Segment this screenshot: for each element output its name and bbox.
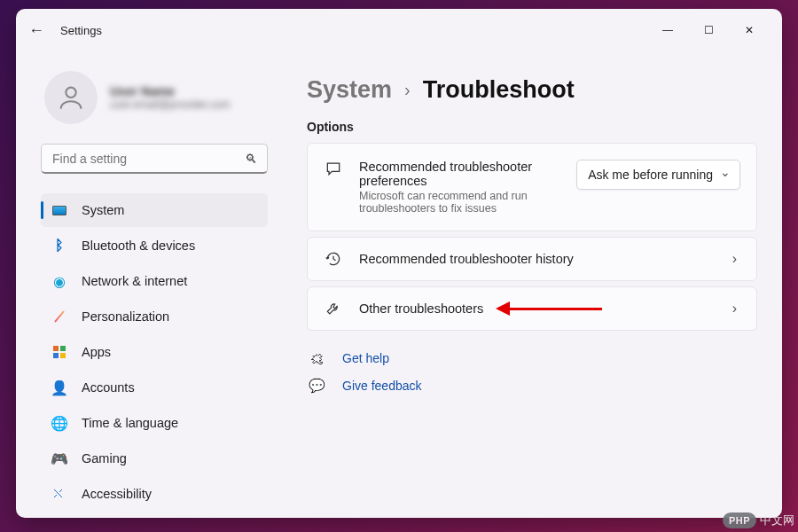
main-content: System › Troubleshoot Options Recommende…	[282, 51, 782, 518]
system-icon	[51, 206, 67, 215]
app-title: Settings	[60, 24, 102, 37]
titlebar: ← Settings — ☐ ✕	[16, 9, 782, 51]
window-body: User Name user.email@provider.com 🔍︎ Sys…	[16, 51, 782, 518]
sidebar-item-label: Gaming	[82, 451, 127, 466]
sidebar-item-personalization[interactable]: Personalization	[41, 300, 268, 333]
profile-text: User Name user.email@provider.com	[110, 84, 231, 111]
titlebar-left: ← Settings	[28, 21, 102, 40]
profile-name: User Name	[110, 84, 231, 98]
brush-icon	[51, 309, 67, 324]
avatar	[44, 71, 98, 124]
accounts-icon: 👤	[51, 379, 67, 396]
annotation-arrow	[496, 303, 602, 314]
card-troubleshooter-history[interactable]: Recommended troubleshooter history ›	[307, 237, 757, 281]
minimize-button[interactable]: —	[647, 16, 688, 44]
card-body: Other troubleshooters	[359, 301, 716, 316]
section-label-options: Options	[307, 120, 757, 134]
chat-icon	[324, 160, 343, 177]
accessibility-icon: ⛌	[51, 486, 67, 502]
give-feedback-link[interactable]: 💬 Give feedback	[307, 378, 757, 394]
sidebar-item-label: System	[82, 203, 124, 217]
breadcrumb-parent[interactable]: System	[307, 76, 392, 104]
sidebar-item-label: Time & language	[82, 416, 178, 430]
watermark-badge: PHP	[723, 512, 756, 528]
card-other-troubleshooters[interactable]: Other troubleshooters ›	[307, 286, 757, 331]
profile-block[interactable]: User Name user.email@provider.com	[41, 60, 268, 144]
sidebar-item-accessibility[interactable]: ⛌ Accessibility	[41, 477, 268, 511]
sidebar-item-accounts[interactable]: 👤 Accounts	[41, 371, 268, 404]
settings-window: ← Settings — ☐ ✕ User Name user.email@pr…	[16, 9, 782, 518]
watermark: PHP 中文网	[723, 512, 794, 528]
globe-icon: 🌐	[51, 415, 67, 432]
link-text: Give feedback	[342, 379, 422, 393]
back-button[interactable]: ←	[28, 21, 44, 40]
history-icon	[324, 250, 343, 268]
sidebar-item-gaming[interactable]: 🎮 Gaming	[41, 442, 268, 475]
watermark-text: 中文网	[760, 512, 794, 528]
sidebar-item-label: Apps	[82, 345, 111, 359]
link-text: Get help	[342, 351, 389, 365]
card-title: Recommended troubleshooter preferences	[359, 160, 560, 188]
sidebar: User Name user.email@provider.com 🔍︎ Sys…	[16, 51, 282, 518]
sidebar-item-network[interactable]: ◉ Network & internet	[41, 264, 268, 298]
svg-point-0	[66, 88, 75, 98]
profile-email: user.email@provider.com	[110, 98, 231, 111]
search-input[interactable]	[41, 144, 268, 174]
gamepad-icon: 🎮	[51, 450, 67, 467]
person-icon	[56, 82, 86, 113]
chevron-right-icon: ›	[732, 251, 740, 267]
chevron-right-icon: ›	[732, 301, 740, 317]
card-troubleshooter-preferences: Recommended troubleshooter preferences M…	[307, 143, 757, 231]
sidebar-item-label: Accessibility	[82, 487, 152, 501]
close-button[interactable]: ✕	[729, 16, 770, 44]
help-icon: 🗯	[307, 350, 326, 365]
feedback-icon: 💬	[307, 378, 326, 394]
sidebar-item-apps[interactable]: Apps	[41, 335, 268, 369]
card-subtitle: Microsoft can recommend and run troubles…	[359, 190, 560, 215]
wrench-icon	[324, 300, 343, 317]
bluetooth-icon: ᛒ	[51, 238, 67, 254]
search-icon[interactable]: 🔍︎	[245, 152, 257, 166]
maximize-button[interactable]: ☐	[688, 16, 729, 44]
sidebar-item-bluetooth[interactable]: ᛒ Bluetooth & devices	[41, 229, 268, 262]
sidebar-item-label: Accounts	[82, 380, 135, 395]
troubleshooter-pref-dropdown[interactable]: Ask me before running	[576, 160, 740, 190]
window-controls: — ☐ ✕	[647, 16, 770, 44]
get-help-link[interactable]: 🗯 Get help	[307, 350, 757, 365]
search-wrap: 🔍︎	[41, 144, 268, 174]
sidebar-item-time-language[interactable]: 🌐 Time & language	[41, 406, 268, 440]
sidebar-item-label: Personalization	[82, 309, 169, 324]
sidebar-item-label: Bluetooth & devices	[82, 239, 195, 253]
card-body: Recommended troubleshooter preferences M…	[359, 160, 560, 215]
dropdown-value: Ask me before running	[588, 168, 713, 182]
card-body: Recommended troubleshooter history	[359, 252, 716, 266]
card-title: Recommended troubleshooter history	[359, 252, 716, 266]
apps-icon	[51, 346, 67, 358]
chevron-right-icon: ›	[404, 80, 411, 100]
breadcrumb: System › Troubleshoot	[307, 76, 757, 104]
sidebar-nav: System ᛒ Bluetooth & devices ◉ Network &…	[41, 193, 268, 511]
wifi-icon: ◉	[51, 273, 67, 290]
sidebar-item-system[interactable]: System	[41, 193, 268, 227]
page-title: Troubleshoot	[423, 76, 575, 104]
sidebar-item-label: Network & internet	[82, 274, 187, 288]
card-title: Other troubleshooters	[359, 301, 483, 316]
help-links: 🗯 Get help 💬 Give feedback	[307, 350, 757, 394]
